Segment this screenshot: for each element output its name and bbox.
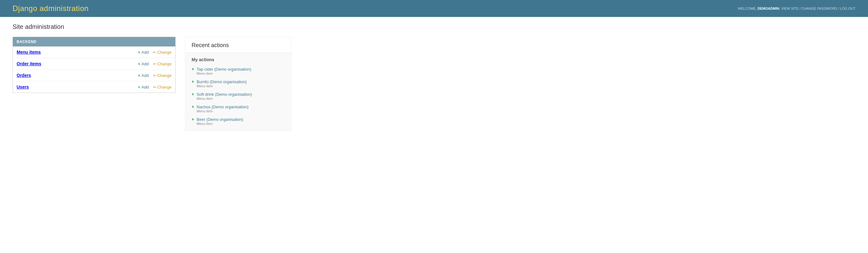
add-orders-link[interactable]: Add — [138, 73, 149, 78]
model-name-order-items: Order items — [13, 58, 84, 70]
backend-section-label: Backend — [13, 37, 175, 47]
action-link-4[interactable]: Beer (Demo organisation) — [197, 117, 243, 122]
model-name-users: Users — [13, 81, 84, 93]
change-users-link[interactable]: Change — [153, 85, 172, 89]
action-content-type-1: Menu item — [192, 84, 285, 88]
username: DEMOADMIN — [757, 7, 779, 10]
action-content-type-4: Menu item — [192, 122, 285, 125]
add-menu-items-link[interactable]: Add — [138, 50, 149, 55]
left-column: Backend Menu items Add Change — [12, 37, 176, 99]
page-title: Site administration — [12, 23, 856, 30]
model-link-orders[interactable]: Orders — [17, 73, 31, 78]
action-link-3[interactable]: Nachos (Demo organisation) — [197, 105, 248, 109]
add-users-link[interactable]: Add — [138, 85, 149, 89]
model-link-users[interactable]: Users — [17, 84, 29, 89]
list-item: + Beer (Demo organisation) Menu item — [192, 115, 285, 128]
welcome-text: WELCOME, DEMOADMIN. VIEW SITE / CHANGE P… — [738, 7, 856, 10]
change-orders-link[interactable]: Change — [153, 73, 172, 78]
right-column: Recent actions My actions + Tap cider (D… — [185, 37, 291, 131]
action-link-2[interactable]: Soft drink (Demo organisation) — [197, 92, 252, 97]
log-out-link[interactable]: LOG OUT — [840, 7, 856, 10]
action-type-icon-1: + — [192, 79, 194, 84]
welcome-prefix: WELCOME, — [738, 7, 757, 10]
model-link-menu-items[interactable]: Menu items — [17, 50, 41, 55]
table-row: Orders Add Change — [13, 70, 175, 81]
change-password-link[interactable]: CHANGE PASSWORD — [802, 7, 837, 10]
action-type-icon-4: + — [192, 117, 194, 122]
action-link-1[interactable]: Burrito (Demo organisation) — [197, 79, 247, 84]
model-actions-order-items: Add Change — [84, 58, 175, 70]
model-actions-orders: Add Change — [84, 70, 175, 81]
header: Django administration WELCOME, DEMOADMIN… — [0, 0, 868, 17]
my-actions-label: My actions — [185, 53, 291, 65]
action-list: + Tap cider (Demo organisation) Menu ite… — [185, 65, 291, 131]
action-content-type-0: Menu item — [192, 72, 285, 75]
backend-table: Menu items Add Change Order items — [13, 47, 175, 93]
model-actions-users: Add Change — [84, 81, 175, 93]
add-order-items-link[interactable]: Add — [138, 61, 149, 66]
model-name-menu-items: Menu items — [13, 47, 84, 58]
action-content-type-3: Menu item — [192, 109, 285, 113]
site-title: Django administration — [12, 4, 89, 13]
list-item: + Burrito (Demo organisation) Menu item — [192, 77, 285, 90]
table-row: Order items Add Change — [13, 58, 175, 70]
model-actions-menu-items: Add Change — [84, 47, 175, 58]
action-content-type-2: Menu item — [192, 97, 285, 101]
list-item: + Soft drink (Demo organisation) Menu it… — [192, 90, 285, 102]
change-menu-items-link[interactable]: Change — [153, 50, 172, 55]
model-name-orders: Orders — [13, 70, 84, 81]
table-row: Users Add Change — [13, 81, 175, 93]
list-item: + Nachos (Demo organisation) Menu item — [192, 102, 285, 115]
user-tools: WELCOME, DEMOADMIN. VIEW SITE / CHANGE P… — [738, 6, 856, 11]
list-item: + Tap cider (Demo organisation) Menu ite… — [192, 65, 285, 77]
view-site-link[interactable]: VIEW SITE — [781, 7, 799, 10]
change-order-items-link[interactable]: Change — [153, 61, 172, 66]
recent-actions-panel: Recent actions My actions + Tap cider (D… — [185, 37, 291, 131]
backend-module: Backend Menu items Add Change — [12, 37, 176, 93]
action-type-icon-3: + — [192, 104, 194, 109]
main-layout: Backend Menu items Add Change — [12, 37, 856, 131]
action-type-icon-2: + — [192, 92, 194, 97]
action-link-0[interactable]: Tap cider (Demo organisation) — [197, 67, 251, 72]
table-row: Menu items Add Change — [13, 47, 175, 58]
recent-actions-title: Recent actions — [185, 37, 291, 53]
branding: Django administration — [12, 4, 89, 13]
content-wrapper: Site administration Backend Menu items — [0, 17, 868, 137]
action-type-icon-0: + — [192, 66, 194, 72]
model-link-order-items[interactable]: Order items — [17, 61, 41, 66]
backend-module-wrapper: Backend Menu items Add Change — [12, 37, 176, 93]
